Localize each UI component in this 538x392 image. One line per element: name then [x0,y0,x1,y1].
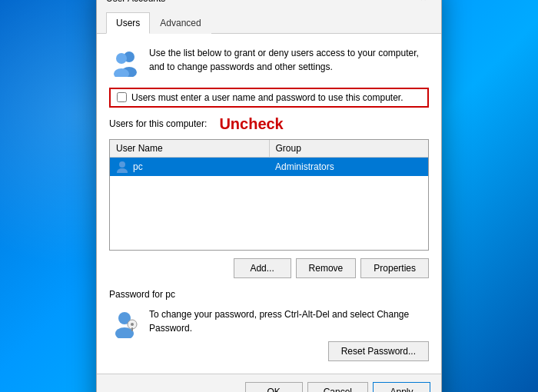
must-enter-password-row: Users must enter a user name and passwor… [109,88,429,108]
cell-group: Administrators [269,158,428,175]
title-controls: ✕ [413,0,432,8]
table-row[interactable]: pc Administrators [110,158,428,176]
remove-button[interactable]: Remove [296,258,357,278]
svg-point-9 [131,323,134,326]
user-accounts-dialog: User Accounts ✕ Users Advanced Use the l… [96,0,442,392]
content-area: Use the list below to grant or deny user… [97,34,441,374]
reset-btn-row: Reset Password... [149,341,429,361]
cell-username: pc [110,158,269,176]
dialog-footer: OK Cancel Apply [97,374,441,393]
info-description: Use the list below to grant or deny user… [149,46,429,74]
list-buttons-row: Add... Remove Properties [109,258,429,278]
checkbox-label: Users must enter a user name and passwor… [131,92,404,103]
tab-users[interactable]: Users [106,12,150,34]
info-row: Use the list below to grant or deny user… [109,46,429,77]
password-user-icon [109,307,140,338]
tab-advanced[interactable]: Advanced [150,12,211,34]
list-body: pc Administrators [110,158,428,250]
reset-password-button[interactable]: Reset Password... [328,341,429,361]
svg-point-2 [116,53,127,64]
col-header-username: User Name [110,140,270,157]
user-list: User Name Group pc Administrators [109,139,429,251]
svg-point-5 [117,168,128,173]
users-icon [109,46,140,77]
add-button[interactable]: Add... [234,258,291,278]
must-enter-password-checkbox[interactable] [117,92,127,102]
password-section: Password for pc To change your password,… [109,289,429,361]
close-button[interactable]: ✕ [413,0,432,8]
tabs-bar: Users Advanced [97,12,441,34]
svg-rect-10 [131,327,133,331]
dialog-title: User Accounts [106,0,165,4]
properties-button[interactable]: Properties [360,258,429,278]
apply-button[interactable]: Apply [373,382,430,393]
password-info-row: To change your password, press Ctrl-Alt-… [109,307,429,361]
password-section-title: Password for pc [109,289,429,300]
title-bar: User Accounts ✕ [97,0,441,12]
users-list-title: Users for this computer: [109,118,207,129]
uncheck-annotation: Uncheck [219,115,283,133]
svg-point-4 [119,161,125,168]
col-header-group: Group [270,140,429,157]
users-section-header: Users for this computer: Uncheck [109,115,429,133]
list-header: User Name Group [110,140,428,158]
password-description: To change your password, press Ctrl-Alt-… [149,309,409,334]
cancel-button[interactable]: Cancel [307,382,368,393]
user-row-icon [116,161,128,173]
ok-button[interactable]: OK [245,382,303,393]
